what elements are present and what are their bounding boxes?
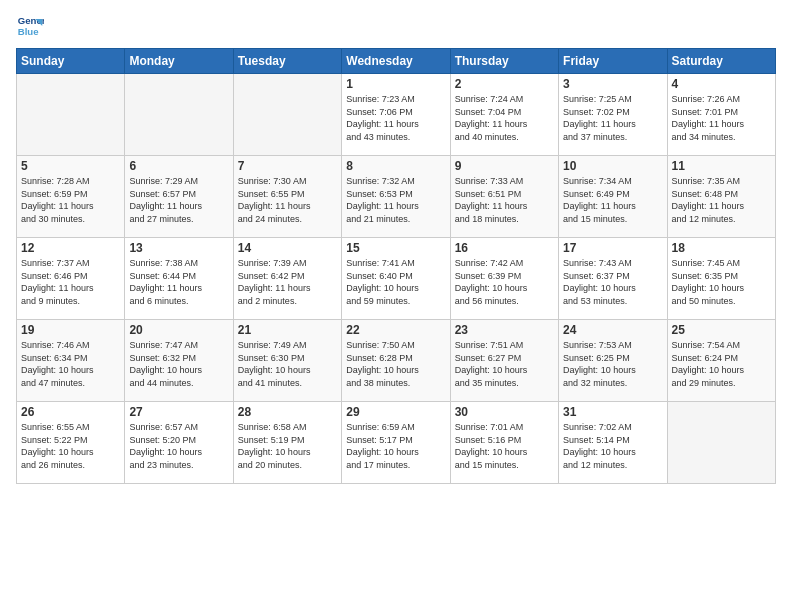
day-info: Sunrise: 7:25 AM Sunset: 7:02 PM Dayligh… xyxy=(563,93,662,143)
calendar-cell: 22Sunrise: 7:50 AM Sunset: 6:28 PM Dayli… xyxy=(342,320,450,402)
day-number: 5 xyxy=(21,159,120,173)
day-number: 8 xyxy=(346,159,445,173)
weekday-header-monday: Monday xyxy=(125,49,233,74)
header: General Blue xyxy=(16,12,776,40)
day-number: 10 xyxy=(563,159,662,173)
day-info: Sunrise: 7:29 AM Sunset: 6:57 PM Dayligh… xyxy=(129,175,228,225)
day-info: Sunrise: 7:50 AM Sunset: 6:28 PM Dayligh… xyxy=(346,339,445,389)
day-number: 31 xyxy=(563,405,662,419)
calendar-cell: 2Sunrise: 7:24 AM Sunset: 7:04 PM Daylig… xyxy=(450,74,558,156)
calendar-cell xyxy=(17,74,125,156)
day-number: 4 xyxy=(672,77,771,91)
calendar-cell: 31Sunrise: 7:02 AM Sunset: 5:14 PM Dayli… xyxy=(559,402,667,484)
calendar-cell: 28Sunrise: 6:58 AM Sunset: 5:19 PM Dayli… xyxy=(233,402,341,484)
calendar-cell: 27Sunrise: 6:57 AM Sunset: 5:20 PM Dayli… xyxy=(125,402,233,484)
calendar-cell xyxy=(233,74,341,156)
day-number: 29 xyxy=(346,405,445,419)
calendar-cell: 20Sunrise: 7:47 AM Sunset: 6:32 PM Dayli… xyxy=(125,320,233,402)
weekday-header-sunday: Sunday xyxy=(17,49,125,74)
calendar-cell: 16Sunrise: 7:42 AM Sunset: 6:39 PM Dayli… xyxy=(450,238,558,320)
calendar-cell: 21Sunrise: 7:49 AM Sunset: 6:30 PM Dayli… xyxy=(233,320,341,402)
day-number: 26 xyxy=(21,405,120,419)
day-number: 23 xyxy=(455,323,554,337)
day-number: 7 xyxy=(238,159,337,173)
day-info: Sunrise: 7:23 AM Sunset: 7:06 PM Dayligh… xyxy=(346,93,445,143)
day-number: 19 xyxy=(21,323,120,337)
day-info: Sunrise: 7:42 AM Sunset: 6:39 PM Dayligh… xyxy=(455,257,554,307)
day-number: 9 xyxy=(455,159,554,173)
weekday-header-thursday: Thursday xyxy=(450,49,558,74)
calendar-cell: 7Sunrise: 7:30 AM Sunset: 6:55 PM Daylig… xyxy=(233,156,341,238)
calendar-cell: 19Sunrise: 7:46 AM Sunset: 6:34 PM Dayli… xyxy=(17,320,125,402)
calendar-week-1: 1Sunrise: 7:23 AM Sunset: 7:06 PM Daylig… xyxy=(17,74,776,156)
day-number: 16 xyxy=(455,241,554,255)
calendar-cell: 29Sunrise: 6:59 AM Sunset: 5:17 PM Dayli… xyxy=(342,402,450,484)
calendar-cell: 23Sunrise: 7:51 AM Sunset: 6:27 PM Dayli… xyxy=(450,320,558,402)
day-number: 18 xyxy=(672,241,771,255)
logo-icon: General Blue xyxy=(16,12,44,40)
day-info: Sunrise: 7:33 AM Sunset: 6:51 PM Dayligh… xyxy=(455,175,554,225)
calendar-cell: 24Sunrise: 7:53 AM Sunset: 6:25 PM Dayli… xyxy=(559,320,667,402)
day-number: 1 xyxy=(346,77,445,91)
day-info: Sunrise: 7:54 AM Sunset: 6:24 PM Dayligh… xyxy=(672,339,771,389)
day-info: Sunrise: 7:41 AM Sunset: 6:40 PM Dayligh… xyxy=(346,257,445,307)
day-number: 30 xyxy=(455,405,554,419)
calendar-cell: 17Sunrise: 7:43 AM Sunset: 6:37 PM Dayli… xyxy=(559,238,667,320)
calendar-cell: 8Sunrise: 7:32 AM Sunset: 6:53 PM Daylig… xyxy=(342,156,450,238)
day-info: Sunrise: 7:28 AM Sunset: 6:59 PM Dayligh… xyxy=(21,175,120,225)
day-number: 13 xyxy=(129,241,228,255)
day-info: Sunrise: 6:58 AM Sunset: 5:19 PM Dayligh… xyxy=(238,421,337,471)
page-container: General Blue SundayMondayTuesdayWednesda… xyxy=(0,0,792,492)
day-number: 12 xyxy=(21,241,120,255)
day-info: Sunrise: 7:39 AM Sunset: 6:42 PM Dayligh… xyxy=(238,257,337,307)
calendar-cell: 4Sunrise: 7:26 AM Sunset: 7:01 PM Daylig… xyxy=(667,74,775,156)
day-number: 24 xyxy=(563,323,662,337)
day-info: Sunrise: 7:26 AM Sunset: 7:01 PM Dayligh… xyxy=(672,93,771,143)
day-number: 3 xyxy=(563,77,662,91)
day-number: 25 xyxy=(672,323,771,337)
day-info: Sunrise: 6:57 AM Sunset: 5:20 PM Dayligh… xyxy=(129,421,228,471)
day-number: 11 xyxy=(672,159,771,173)
calendar-cell: 26Sunrise: 6:55 AM Sunset: 5:22 PM Dayli… xyxy=(17,402,125,484)
svg-text:Blue: Blue xyxy=(18,26,39,37)
calendar-week-4: 19Sunrise: 7:46 AM Sunset: 6:34 PM Dayli… xyxy=(17,320,776,402)
weekday-header-row: SundayMondayTuesdayWednesdayThursdayFrid… xyxy=(17,49,776,74)
day-info: Sunrise: 7:30 AM Sunset: 6:55 PM Dayligh… xyxy=(238,175,337,225)
calendar-cell: 9Sunrise: 7:33 AM Sunset: 6:51 PM Daylig… xyxy=(450,156,558,238)
day-number: 21 xyxy=(238,323,337,337)
day-info: Sunrise: 7:35 AM Sunset: 6:48 PM Dayligh… xyxy=(672,175,771,225)
day-info: Sunrise: 6:59 AM Sunset: 5:17 PM Dayligh… xyxy=(346,421,445,471)
day-number: 6 xyxy=(129,159,228,173)
day-info: Sunrise: 7:45 AM Sunset: 6:35 PM Dayligh… xyxy=(672,257,771,307)
weekday-header-saturday: Saturday xyxy=(667,49,775,74)
weekday-header-tuesday: Tuesday xyxy=(233,49,341,74)
day-info: Sunrise: 7:49 AM Sunset: 6:30 PM Dayligh… xyxy=(238,339,337,389)
calendar-cell: 30Sunrise: 7:01 AM Sunset: 5:16 PM Dayli… xyxy=(450,402,558,484)
day-info: Sunrise: 7:01 AM Sunset: 5:16 PM Dayligh… xyxy=(455,421,554,471)
day-number: 2 xyxy=(455,77,554,91)
weekday-header-wednesday: Wednesday xyxy=(342,49,450,74)
day-info: Sunrise: 7:51 AM Sunset: 6:27 PM Dayligh… xyxy=(455,339,554,389)
day-info: Sunrise: 7:43 AM Sunset: 6:37 PM Dayligh… xyxy=(563,257,662,307)
day-number: 20 xyxy=(129,323,228,337)
day-number: 14 xyxy=(238,241,337,255)
calendar-cell: 25Sunrise: 7:54 AM Sunset: 6:24 PM Dayli… xyxy=(667,320,775,402)
calendar-cell: 3Sunrise: 7:25 AM Sunset: 7:02 PM Daylig… xyxy=(559,74,667,156)
calendar-cell: 1Sunrise: 7:23 AM Sunset: 7:06 PM Daylig… xyxy=(342,74,450,156)
day-info: Sunrise: 6:55 AM Sunset: 5:22 PM Dayligh… xyxy=(21,421,120,471)
weekday-header-friday: Friday xyxy=(559,49,667,74)
calendar-cell: 13Sunrise: 7:38 AM Sunset: 6:44 PM Dayli… xyxy=(125,238,233,320)
day-info: Sunrise: 7:47 AM Sunset: 6:32 PM Dayligh… xyxy=(129,339,228,389)
calendar-table: SundayMondayTuesdayWednesdayThursdayFrid… xyxy=(16,48,776,484)
day-number: 28 xyxy=(238,405,337,419)
calendar-cell: 18Sunrise: 7:45 AM Sunset: 6:35 PM Dayli… xyxy=(667,238,775,320)
day-info: Sunrise: 7:53 AM Sunset: 6:25 PM Dayligh… xyxy=(563,339,662,389)
day-info: Sunrise: 7:46 AM Sunset: 6:34 PM Dayligh… xyxy=(21,339,120,389)
day-info: Sunrise: 7:02 AM Sunset: 5:14 PM Dayligh… xyxy=(563,421,662,471)
day-info: Sunrise: 7:38 AM Sunset: 6:44 PM Dayligh… xyxy=(129,257,228,307)
calendar-cell: 11Sunrise: 7:35 AM Sunset: 6:48 PM Dayli… xyxy=(667,156,775,238)
day-number: 17 xyxy=(563,241,662,255)
calendar-cell: 10Sunrise: 7:34 AM Sunset: 6:49 PM Dayli… xyxy=(559,156,667,238)
day-number: 22 xyxy=(346,323,445,337)
calendar-cell xyxy=(125,74,233,156)
